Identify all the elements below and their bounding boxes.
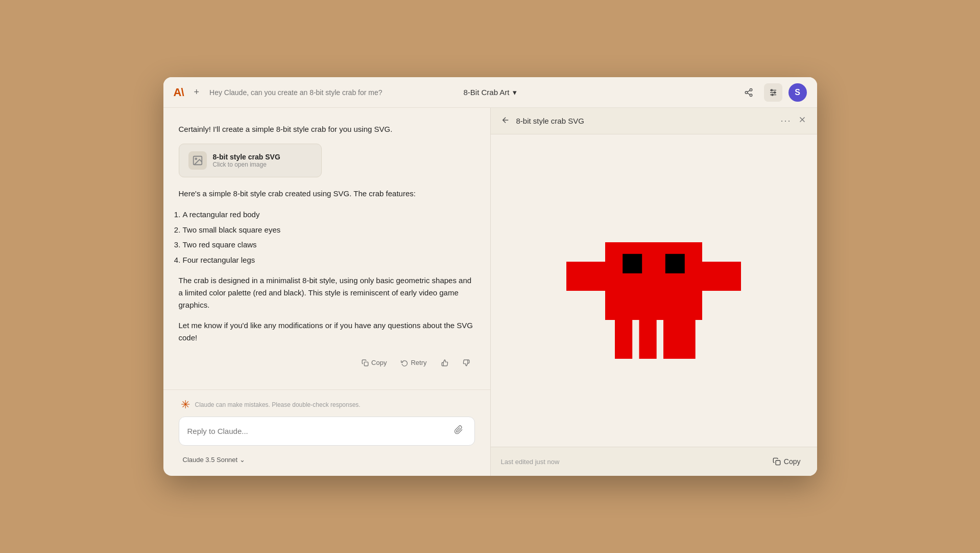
intro-message: Certainly! I'll create a simple 8-bit st… [179,123,475,135]
svg-rect-22 [615,320,632,359]
share-button[interactable] [739,83,758,102]
preview-title: 8-bit style crab SVG [516,117,775,125]
list-item: Two red square claws [183,238,475,251]
preview-header: 8-bit style crab SVG ··· [491,108,817,134]
copy-label: Copy [371,359,387,366]
back-arrow-icon [501,116,510,125]
thumbs-up-button[interactable] [436,357,453,369]
title-chevron-icon: ▾ [513,88,517,97]
svg-line-3 [747,93,750,95]
retry-label: Retry [411,359,426,366]
preview-footer: Last edited just now Copy [491,447,817,476]
header-left: A\ + [174,85,490,100]
svg-rect-19 [605,242,702,320]
preview-copy-button[interactable]: Copy [767,454,807,469]
app-window: A\ + 8-Bit Crab Art ▾ S [163,77,817,476]
closing-text: Let me know if you'd like any modificati… [179,319,475,344]
message-actions: Copy Retry [179,352,475,377]
svg-point-12 [195,158,197,159]
svg-point-8 [771,89,772,91]
retry-icon [401,359,408,366]
svg-point-2 [750,94,752,97]
thumbs-down-button[interactable] [458,357,475,369]
share-icon [744,88,753,97]
disclaimer-text: Claude can make mistakes. Please double-… [195,401,361,408]
artifact-icon [188,151,207,170]
model-selector[interactable]: Claude 3.5 Sonnet ⌄ [179,454,250,466]
chat-title-text: 8-Bit Crab Art [463,88,509,97]
copy-button[interactable]: Copy [356,356,392,369]
crab-image [557,194,751,388]
preview-close-button[interactable] [798,115,807,127]
chat-input[interactable] [187,427,446,435]
header: A\ + 8-Bit Crab Art ▾ S [163,77,817,108]
close-icon [798,115,807,124]
description-body: The crab is designed in a minimalist 8-b… [179,274,475,311]
svg-rect-26 [776,460,780,465]
artifact-title: 8-bit style crab SVG [213,153,280,161]
header-title[interactable]: 8-Bit Crab Art ▾ [463,88,516,97]
preview-panel: 8-bit style crab SVG ··· [490,108,817,476]
artifact-card[interactable]: 8-bit style crab SVG Click to open image [179,144,322,177]
svg-rect-20 [623,254,642,273]
svg-rect-25 [678,320,696,359]
thumbs-down-icon [463,359,470,366]
copy-icon [362,359,369,366]
list-item: Four rectangular legs [183,254,475,267]
artifact-info: 8-bit style crab SVG Click to open image [213,153,280,168]
settings-button[interactable] [764,83,782,102]
list-item: A rectangular red body [183,208,475,221]
svg-rect-21 [665,254,685,273]
svg-rect-18 [702,262,741,291]
list-item: Two small black square eyes [183,223,475,237]
svg-rect-13 [364,362,368,366]
last-edited-text: Last edited just now [501,458,560,466]
main-content: Certainly! I'll create a simple 8-bit st… [163,108,817,476]
preview-more-button[interactable]: ··· [780,116,791,126]
svg-line-4 [747,90,750,91]
header-right: S [490,83,807,102]
artifact-subtitle: Click to open image [213,161,280,168]
copy-icon [773,457,781,466]
svg-point-0 [750,88,752,91]
features-list: A rectangular red body Two small black s… [179,208,475,266]
svg-point-9 [774,91,775,93]
anthropic-logo: A\ [174,86,184,99]
model-chevron-icon: ⌄ [240,456,245,464]
preview-content [491,134,817,447]
preview-back-button[interactable] [501,116,510,127]
svg-point-1 [745,91,748,94]
svg-point-10 [772,94,773,96]
model-name: Claude 3.5 Sonnet [183,456,238,464]
input-area [179,417,475,446]
claude-star-icon: ✳ [181,398,190,411]
attach-button[interactable] [451,424,466,438]
search-input[interactable] [209,88,383,97]
chat-footer: ✳ Claude can make mistakes. Please doubl… [163,389,490,476]
svg-rect-23 [639,320,657,359]
chat-messages: Certainly! I'll create a simple 8-bit st… [163,108,490,389]
description-intro: Here's a simple 8-bit style crab created… [179,188,475,200]
user-avatar[interactable]: S [788,83,807,102]
paperclip-icon [454,425,463,434]
claude-indicator: ✳ Claude can make mistakes. Please doubl… [179,398,475,411]
chat-panel: Certainly! I'll create a simple 8-bit st… [163,108,490,476]
new-chat-button[interactable]: + [190,85,204,100]
svg-rect-17 [566,262,605,291]
settings-icon [769,88,778,97]
retry-button[interactable]: Retry [396,356,432,369]
preview-copy-label: Copy [784,457,801,466]
thumbs-up-icon [441,359,448,366]
